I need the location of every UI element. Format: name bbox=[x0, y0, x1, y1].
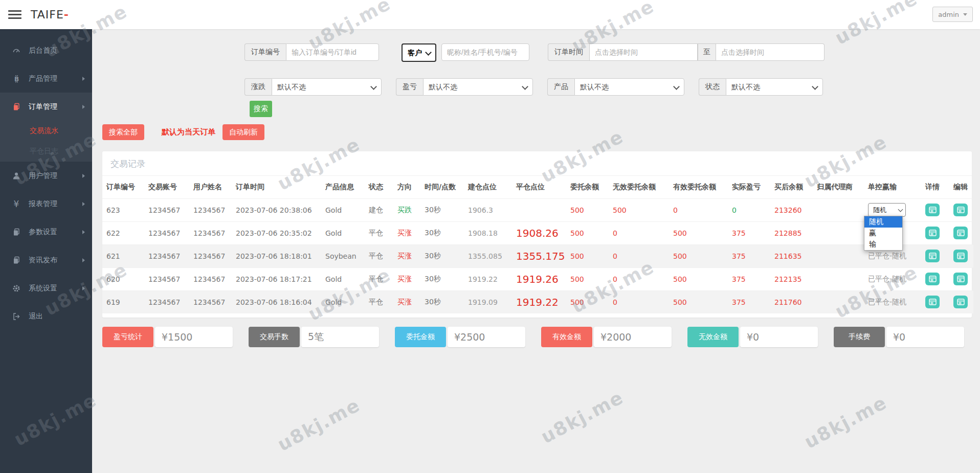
gear-icon bbox=[11, 284, 21, 292]
cell-valid: 500 bbox=[669, 221, 728, 244]
cell-edit bbox=[949, 198, 973, 221]
cell-win-control: 随机随机赢输 bbox=[864, 198, 921, 221]
user-icon bbox=[11, 172, 21, 180]
detail-button[interactable] bbox=[925, 296, 940, 308]
col-product: 产品信息 bbox=[321, 176, 365, 198]
col-account: 交易账号 bbox=[144, 176, 189, 198]
admin-dropdown[interactable]: admin bbox=[932, 7, 973, 22]
copy-icon bbox=[11, 228, 21, 236]
col-valid: 有效委托余额 bbox=[669, 176, 728, 198]
edit-button[interactable] bbox=[953, 273, 968, 285]
cell-direction: 买涨 bbox=[393, 244, 420, 267]
sidebar-item-params[interactable]: 参数设置 bbox=[0, 218, 92, 246]
sidebar-item-dashboard[interactable]: 后台首页 bbox=[0, 36, 92, 64]
win-control-dropdown: 随机赢输 bbox=[864, 216, 903, 251]
cell-duration: 30秒 bbox=[420, 221, 464, 244]
cell-direction: 买跌 bbox=[393, 198, 420, 221]
col-edit: 编辑 bbox=[949, 176, 973, 198]
edit-button[interactable] bbox=[953, 227, 968, 239]
summary-group-5: 手续费¥0 bbox=[834, 327, 964, 347]
order-time-label: 订单时间 bbox=[548, 43, 589, 61]
edit-button[interactable] bbox=[953, 204, 968, 216]
trade-table: 订单编号 交易账号 用户姓名 订单时间 产品信息 状态 方向 时间/点数 建仓点… bbox=[102, 176, 973, 313]
customer-type-select-wrap: 客户 bbox=[402, 43, 436, 61]
top-bar: TAIFE- admin bbox=[0, 0, 980, 29]
summary-group-0: 盈亏统计¥1500 bbox=[102, 327, 233, 347]
cell-order-no: 623 bbox=[102, 198, 144, 221]
customer-type-select[interactable]: 客户 bbox=[402, 43, 436, 62]
edit-button[interactable] bbox=[953, 296, 968, 308]
filter-row-1: 订单编号 客户 订单时间 至 bbox=[244, 43, 972, 61]
summary-label: 盈亏统计 bbox=[102, 327, 153, 347]
detail-button[interactable] bbox=[925, 204, 940, 216]
win-option-2[interactable]: 输 bbox=[864, 239, 902, 250]
auto-refresh-button[interactable]: 自动刷新 bbox=[222, 124, 264, 140]
cell-invalid: 0 bbox=[609, 244, 669, 267]
detail-button[interactable] bbox=[925, 250, 940, 262]
cell-status: 建仓 bbox=[365, 198, 393, 221]
cell-close: 1355.175 bbox=[512, 244, 566, 267]
table-header-row: 订单编号 交易账号 用户姓名 订单时间 产品信息 状态 方向 时间/点数 建仓点… bbox=[102, 176, 973, 198]
summary-value: ¥0 bbox=[886, 327, 964, 347]
sidebar-item-users[interactable]: 用户管理 bbox=[0, 162, 92, 190]
yen-icon: ¥ bbox=[11, 199, 21, 209]
rise-fall-select[interactable]: 默认不选 bbox=[272, 78, 382, 96]
sidebar-item-orders[interactable]: 订单管理 bbox=[0, 93, 92, 121]
summary-group-4: 无效金额¥0 bbox=[687, 327, 818, 347]
sidebar-item-logout[interactable]: 退出 bbox=[0, 302, 92, 330]
summary-group-1: 交易手数5笔 bbox=[249, 327, 379, 347]
cell-time: 2023-07-06 20:35:02 bbox=[232, 221, 321, 244]
cell-profit: 375 bbox=[728, 244, 770, 267]
status-select[interactable]: 默认不选 bbox=[726, 78, 823, 96]
product-group: 产品 默认不选 bbox=[547, 78, 684, 96]
win-option-0[interactable]: 随机 bbox=[864, 216, 902, 228]
search-all-button[interactable]: 搜索全部 bbox=[102, 124, 144, 140]
summary-value: ¥0 bbox=[740, 327, 818, 347]
search-button[interactable]: 搜索 bbox=[250, 101, 272, 117]
status-group: 状态 默认不选 bbox=[699, 78, 823, 96]
sidebar-item-system[interactable]: 系统设置 bbox=[0, 274, 92, 302]
time-to-input[interactable] bbox=[716, 43, 825, 61]
order-time-group: 订单时间 至 bbox=[548, 43, 825, 61]
win-control-select[interactable]: 随机 bbox=[868, 203, 906, 217]
cell-account: 1234567 bbox=[144, 290, 189, 313]
hamburger-menu-icon[interactable] bbox=[8, 8, 21, 21]
cell-entrust: 500 bbox=[566, 290, 609, 313]
sidebar-item-news[interactable]: 资讯发布 bbox=[0, 246, 92, 274]
copy-icon bbox=[11, 256, 21, 264]
cell-account: 1234567 bbox=[144, 267, 189, 290]
summary-group-2: 委托金额¥2500 bbox=[395, 327, 525, 347]
sidebar-item-products[interactable]: B 产品管理 bbox=[0, 64, 92, 93]
profit-select[interactable]: 默认不选 bbox=[423, 78, 533, 96]
detail-button[interactable] bbox=[925, 273, 940, 285]
sidebar-item-close-log[interactable]: 平仓日志 bbox=[0, 141, 92, 162]
table-row: 623123456712345672023-07-06 20:38:06Gold… bbox=[102, 198, 973, 221]
col-status: 状态 bbox=[365, 176, 393, 198]
sidebar-item-trade-flow[interactable]: 交易流水 bbox=[0, 121, 92, 141]
cell-win-control: 已平仓-随机 bbox=[864, 290, 921, 313]
nickname-input[interactable] bbox=[441, 43, 529, 61]
summary-value: ¥1500 bbox=[155, 327, 233, 347]
order-no-input[interactable] bbox=[286, 43, 379, 61]
dashboard-icon bbox=[11, 47, 21, 55]
cell-status: 平仓 bbox=[365, 244, 393, 267]
product-select[interactable]: 默认不选 bbox=[574, 78, 684, 96]
chevron-right-icon bbox=[82, 202, 85, 206]
edit-button[interactable] bbox=[953, 250, 968, 262]
cell-time: 2023-07-06 18:16:04 bbox=[232, 290, 321, 313]
detail-button[interactable] bbox=[925, 227, 940, 239]
cell-agent bbox=[813, 267, 864, 290]
cell-account: 1234567 bbox=[144, 198, 189, 221]
sidebar-item-reports[interactable]: ¥ 报表管理 bbox=[0, 190, 92, 218]
cell-time: 2023-07-06 18:18:01 bbox=[232, 244, 321, 267]
col-agent: 归属代理商 bbox=[813, 176, 864, 198]
cell-profit: 375 bbox=[728, 221, 770, 244]
time-from-input[interactable] bbox=[589, 43, 698, 61]
col-order-no: 订单编号 bbox=[102, 176, 144, 198]
cell-entrust: 500 bbox=[566, 221, 609, 244]
cell-balance: 211635 bbox=[770, 244, 813, 267]
summary-group-3: 有效金额¥2000 bbox=[541, 327, 672, 347]
win-option-1[interactable]: 赢 bbox=[864, 228, 902, 239]
cell-close: 1919.22 bbox=[512, 290, 566, 313]
cell-product: Gold bbox=[321, 290, 365, 313]
